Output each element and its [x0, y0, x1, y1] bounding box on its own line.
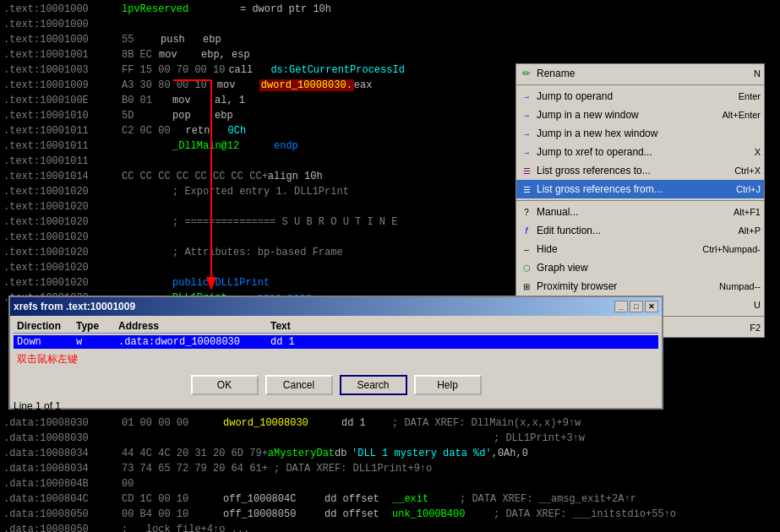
disasm-line: .text:10001000 lpvReserved = dword ptr 1…	[3, 2, 512, 17]
disasm-line: .text:10001001 8B EC mov ebp, esp	[3, 47, 512, 62]
list-from-icon: ☰	[520, 182, 533, 196]
data-line: .data:10008050 00 B4 00 10 off_10008050 …	[3, 507, 777, 522]
col-text: Text	[270, 320, 655, 332]
jump-icon: →	[520, 90, 533, 103]
dialog-buttons: OK Cancel Search Help	[10, 372, 662, 399]
search-button[interactable]: Search	[340, 375, 407, 395]
disasm-line: .text:10001020 public DLL1Print	[3, 275, 512, 290]
dialog-titlebar: xrefs from .text:10001009 _ □ ✕	[10, 297, 662, 316]
ok-button[interactable]: OK	[191, 375, 259, 395]
menu-item-graph-view[interactable]: ⬡ Graph view	[516, 258, 764, 277]
menu-item-jump-new-hex[interactable]: → Jump in a new hex window	[516, 124, 764, 143]
line-info: Line 1 of 1	[10, 399, 662, 414]
disasm-line: .text:10001000 55 push ebp	[3, 32, 512, 47]
addr: .text:10001000	[3, 3, 122, 15]
disasm-line: .text:10001020	[3, 199, 512, 214]
operand: lpvReserved	[122, 3, 240, 15]
table-header: Direction Type Address Text	[14, 319, 658, 334]
proximity-icon: ⊞	[520, 280, 533, 293]
menu-item-rename[interactable]: ✏ Rename N	[516, 64, 764, 83]
jump-window-icon: →	[520, 108, 533, 122]
cancel-button[interactable]: Cancel	[265, 375, 333, 395]
close-button[interactable]: ✕	[645, 301, 658, 312]
disasm-line: .text:10001011	[3, 154, 512, 169]
data-line: .data:1000804C CD 1C 00 10 off_1000804C …	[3, 491, 777, 507]
disasm-line: .text:10001003 FF 15 00 70 00 10 call ds…	[3, 62, 512, 78]
data-view: .data:10008030 01 00 00 00 dword_1000803…	[0, 414, 780, 532]
operand2: = dword ptr 10h	[240, 3, 331, 15]
disasm-line: .text:10001011 C2 0C 00 retn 0Ch	[3, 123, 512, 138]
disasm-line: .text:10001020 ; Exported entry 1. DLL1P…	[3, 184, 512, 199]
graph-icon: ⬡	[520, 261, 533, 274]
row-direction: Down	[17, 336, 76, 348]
disasm-line: .text:10001000	[3, 17, 512, 32]
disasm-line: .text:10001020	[3, 260, 512, 275]
disasm-line: .text:10001020 ; Attributes: bp-based Fr…	[3, 245, 512, 260]
help-button[interactable]: Help	[414, 375, 482, 395]
disasm-line: .text:10001011 _DllMain@12 endp	[3, 138, 512, 154]
disasm-line-highlighted: .text:10001009 A3 30 80 00 10 mov dword_…	[3, 78, 512, 93]
menu-item-jump-operand[interactable]: → Jump to operand Enter	[516, 87, 764, 106]
data-line: .data:10008030 ; DLL1Print+3↑w	[3, 431, 777, 446]
col-direction: Direction	[17, 320, 76, 332]
manual-icon: ?	[520, 205, 533, 219]
rename-icon: ✏	[520, 67, 533, 80]
menu-item-proximity[interactable]: ⊞ Proximity browser Numpad--	[516, 277, 764, 296]
data-line: .data:10008050 ; __lock_file+4↑o ...	[3, 522, 777, 532]
disasm-line: .text:10001010 5D pop ebp	[3, 108, 512, 123]
disasm-line: .text:10001020	[3, 230, 512, 245]
col-address: Address	[118, 320, 270, 332]
hide-icon: –	[520, 242, 533, 256]
menu-item-jump-xref[interactable]: → Jump to xref to operand... X	[516, 143, 764, 161]
dialog-content: Direction Type Address Text Down w .data…	[10, 316, 662, 372]
highlighted-operand: dword_10008030.	[259, 79, 354, 91]
data-line: .data:10008034 44 4C 4C 20 31 20 6D 79+ …	[3, 446, 777, 461]
table-row[interactable]: Down w .data:dword_10008030 dd 1	[14, 335, 658, 349]
menu-item-hide[interactable]: – Hide Ctrl+Numpad-	[516, 240, 764, 258]
edit-function-icon: f	[520, 224, 533, 237]
col-type: Type	[76, 320, 118, 332]
disasm-line: .text:1000100E B0 01 mov al, 1	[3, 93, 512, 108]
xref-icon: →	[520, 145, 533, 159]
ida-main-window: .text:10001000 lpvReserved = dword ptr 1…	[0, 0, 780, 532]
jump-hex-icon: →	[520, 127, 533, 140]
minimize-button[interactable]: _	[614, 301, 628, 312]
titlebar-buttons: _ □ ✕	[614, 301, 658, 312]
menu-item-list-gross-from[interactable]: ☰ List gross references from... Ctrl+J	[516, 180, 764, 198]
row-address: .data:dword_10008030	[118, 336, 270, 348]
menu-separator	[516, 84, 764, 85]
row-type: w	[76, 336, 118, 348]
menu-separator	[516, 200, 764, 201]
disasm-line: .text:10001014 CC CC CC CC CC CC CC CC+ …	[3, 169, 512, 184]
dialog-title: xrefs from .text:10001009	[14, 301, 135, 312]
menu-item-manual[interactable]: ? Manual... Alt+F1	[516, 203, 764, 221]
data-line: .data:10008034 73 74 65 72 79 20 64 61+ …	[3, 461, 777, 476]
data-line: .data:1000804B 00	[3, 476, 777, 491]
xrefs-dialog: xrefs from .text:10001009 _ □ ✕ Directio…	[8, 296, 663, 410]
data-line: .data:10008030 01 00 00 00 dword_1000803…	[3, 415, 777, 431]
maximize-button[interactable]: □	[630, 301, 643, 312]
menu-item-edit-function[interactable]: f Edit function... Alt+P	[516, 221, 764, 240]
list-to-icon: ☰	[520, 164, 533, 177]
disasm-line: .text:10001020 ; =============== S U B R…	[3, 214, 512, 230]
row-text: dd 1	[270, 336, 655, 348]
menu-item-list-gross-to[interactable]: ☰ List gross references to... Ctrl+X	[516, 161, 764, 180]
menu-item-jump-new-window[interactable]: → Jump in a new window Alt+Enter	[516, 106, 764, 124]
mouse-hint: 双击鼠标左键	[14, 350, 658, 368]
